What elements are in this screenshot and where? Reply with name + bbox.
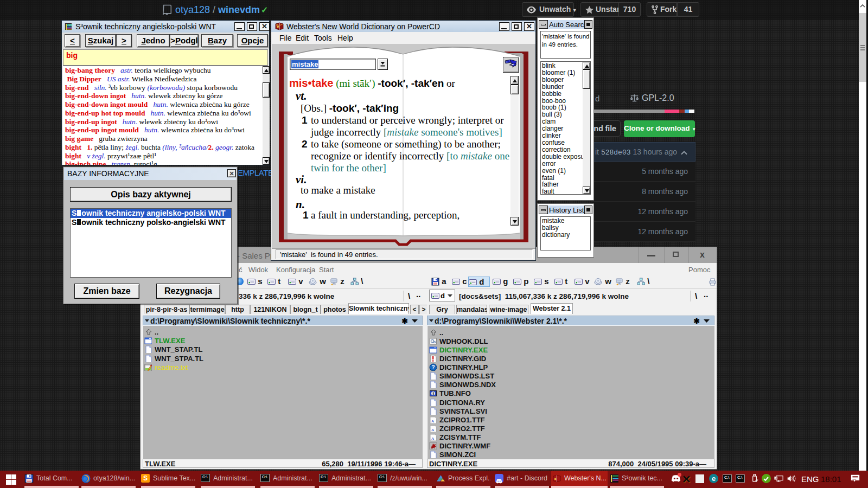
svg-text:ABC: ABC	[67, 24, 73, 27]
